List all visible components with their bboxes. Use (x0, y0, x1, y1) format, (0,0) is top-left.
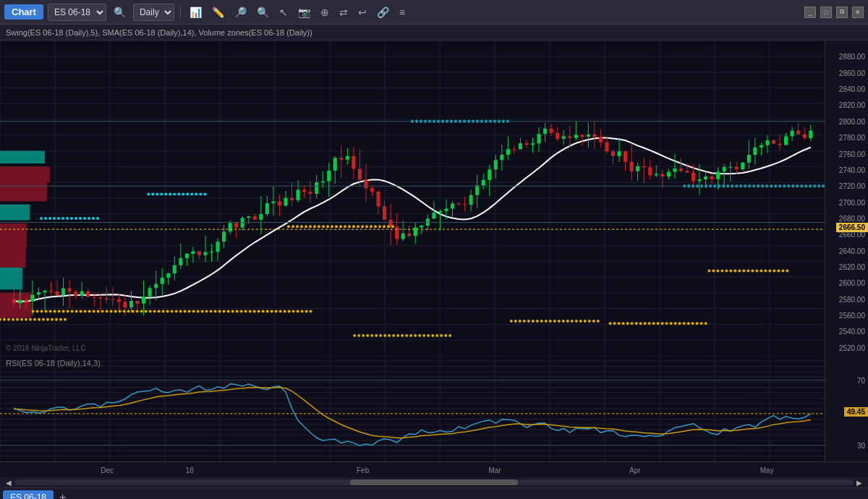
date-label-18: 18 (186, 466, 194, 474)
bottom-tab-bar: ES 06-18 + (0, 487, 868, 499)
chart-subtitle: Swing(ES 06-18 (Daily),5), SMA(ES 06-18 … (0, 25, 868, 40)
bar-chart-icon[interactable]: 📊 (187, 5, 205, 20)
price-axis: 2880.002860.002840.002820.002800.002780.… (825, 40, 868, 355)
close-button[interactable]: ✕ (852, 7, 864, 18)
scrollbar-area[interactable]: ◀ ▶ (0, 477, 868, 487)
sync-icon[interactable]: ⇄ (336, 5, 351, 20)
rsi-level-70: 70 (857, 376, 865, 384)
main-chart-canvas[interactable] (0, 40, 868, 356)
date-label-Apr: Apr (629, 466, 641, 474)
chart-label: Chart (4, 4, 43, 20)
price-tick-2700: 2700.00 (839, 198, 865, 206)
rsi-label: RSI(ES 06-18 (Daily),14,3) (6, 359, 101, 367)
price-tick-2860: 2860.00 (839, 69, 865, 77)
restore-button[interactable]: ⧉ (836, 7, 848, 18)
date-label-Mar: Mar (488, 466, 501, 474)
price-tick-2720: 2720.00 (839, 182, 865, 190)
rsi-chart[interactable]: RSI(ES 06-18 (Daily),14,3) 703049.45 (0, 356, 868, 461)
zoom-in-icon[interactable]: 🔎 (231, 5, 250, 20)
current-price-tag: 2666.50 (836, 223, 868, 232)
crosshair-icon[interactable]: ⊕ (318, 5, 332, 20)
link-icon[interactable]: 🔗 (374, 5, 392, 20)
minimize-button[interactable]: _ (804, 7, 816, 18)
search-icon[interactable]: 🔍 (111, 5, 129, 20)
pencil-icon[interactable]: ✏️ (209, 5, 227, 20)
zoom-out-icon[interactable]: 🔍 (254, 5, 272, 20)
price-tick-2580: 2580.00 (839, 295, 865, 303)
cursor-icon[interactable]: ↖ (276, 5, 291, 20)
price-tick-2880: 2880.00 (839, 53, 865, 61)
date-label-Dec: Dec (101, 466, 114, 474)
price-tick-2560: 2560.00 (839, 312, 865, 320)
rsi-current-value-tag: 49.45 (844, 407, 868, 417)
price-tick-2840: 2840.00 (839, 85, 865, 93)
price-tick-2600: 2600.00 (839, 279, 865, 287)
chart-container: 2880.002860.002840.002820.002800.002780.… (0, 40, 868, 461)
price-tick-2800: 2800.00 (839, 117, 865, 125)
settings-icon[interactable]: ≡ (396, 5, 408, 20)
price-tick-2640: 2640.00 (839, 247, 865, 255)
symbol-select[interactable]: ES 06-18 (48, 4, 106, 21)
active-tab[interactable]: ES 06-18 (3, 490, 54, 500)
rsi-level-30: 30 (857, 441, 865, 449)
price-tick-2540: 2540.00 (839, 328, 865, 336)
scroll-right-button[interactable]: ▶ (854, 479, 865, 487)
date-axis: Dec18FebMarAprMay (0, 461, 868, 477)
period-select[interactable]: Daily (133, 4, 174, 21)
scroll-track[interactable] (14, 479, 854, 485)
price-tick-2760: 2760.00 (839, 150, 865, 158)
scroll-left-button[interactable]: ◀ (3, 479, 14, 487)
price-tick-2820: 2820.00 (839, 101, 865, 109)
replay-icon[interactable]: ↩ (355, 5, 370, 20)
date-label-Feb: Feb (357, 466, 369, 474)
price-tick-2520: 2520.00 (839, 344, 865, 351)
price-tick-2740: 2740.00 (839, 166, 865, 174)
rsi-chart-canvas[interactable] (0, 356, 868, 461)
price-tick-2680: 2680.00 (839, 214, 865, 222)
separator (180, 5, 181, 20)
add-tab-button[interactable]: + (54, 491, 72, 500)
price-tick-2780: 2780.00 (839, 134, 865, 142)
maximize-button[interactable]: □ (820, 7, 832, 18)
titlebar: Chart ES 06-18 🔍 Daily 📊 ✏️ 🔎 🔍 ↖ 📷 ⊕ ⇄ … (0, 0, 868, 25)
date-label-May: May (760, 466, 774, 474)
scroll-thumb[interactable] (350, 479, 518, 485)
main-price-chart[interactable]: 2880.002860.002840.002820.002800.002780.… (0, 40, 868, 356)
rsi-price-axis: 703049.45 (825, 356, 868, 461)
price-tick-2620: 2620.00 (839, 263, 865, 271)
camera-icon[interactable]: 📷 (295, 5, 313, 20)
copyright-text: © 2018 NinjaTrader, LLC (6, 344, 85, 352)
